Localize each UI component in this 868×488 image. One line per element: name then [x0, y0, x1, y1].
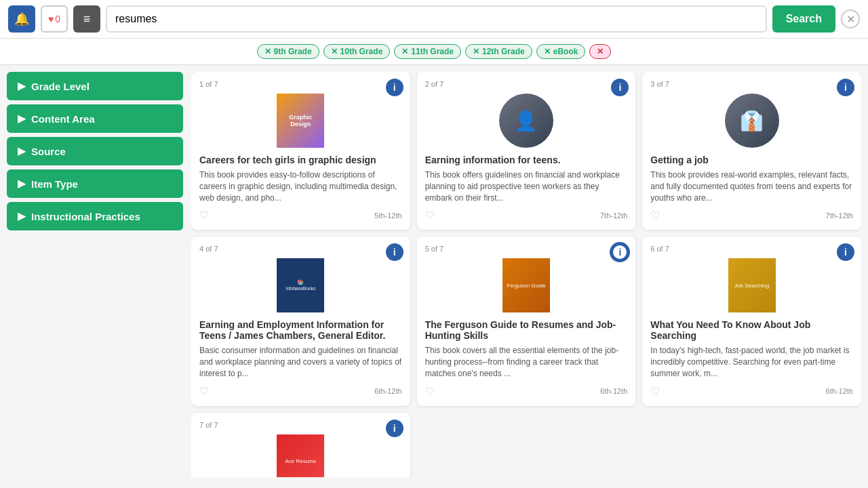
card-footer: ♡ 6th-12th	[199, 385, 402, 398]
sidebar-item-instructional-practices[interactable]: ▶ Instructional Practices	[7, 202, 183, 230]
chevron-right-icon: ▶	[18, 210, 26, 222]
grade-range: 6th-12th	[600, 387, 627, 395]
tag-remove-icon: ✕	[473, 47, 479, 56]
info-button[interactable]: i	[837, 243, 854, 261]
sidebar-item-source[interactable]: ▶ Source	[7, 137, 183, 165]
card-footer: ♡ 6th-12th	[425, 385, 628, 398]
favorite-button[interactable]: ♡	[425, 385, 435, 398]
filter-tag-12th-grade[interactable]: ✕ 12th Grade	[465, 44, 532, 59]
header: 🔔 ♥ 0 ≡ Search ✕	[0, 0, 868, 39]
card-2: 2 of 7 i 👤 Earning information for teens…	[417, 72, 636, 230]
card-number: 4 of 7	[199, 245, 402, 253]
favorite-button[interactable]: ♡	[650, 209, 660, 222]
book-cover-image: Graphic Design	[277, 94, 324, 148]
tag-remove-icon: ✕	[331, 47, 338, 56]
clear-search-button[interactable]: ✕	[841, 9, 860, 28]
filter-tag-10th-grade[interactable]: ✕ 10th Grade	[323, 44, 391, 59]
card-cover: Job Searching	[725, 258, 779, 312]
grade-range: 7th-12th	[826, 211, 853, 220]
book-cover-image: 📚InfobaseBooks	[277, 258, 324, 312]
info-button[interactable]: i	[611, 79, 629, 96]
person-cover-image: 👔	[725, 94, 779, 148]
filter-clear-all-button[interactable]: ✕	[589, 44, 611, 59]
card-description: This book offers guidelines on financial…	[425, 169, 628, 203]
filter-tag-ebook[interactable]: ✕ eBook	[536, 44, 586, 59]
sidebar-item-label: Item Type	[31, 178, 78, 190]
filter-tag-11th-grade[interactable]: ✕ 11th Grade	[394, 44, 461, 59]
heart-icon: ♥	[48, 14, 54, 24]
sidebar-item-label: Instructional Practices	[31, 211, 140, 222]
card-cover: 👤	[499, 94, 553, 148]
sidebar-item-label: Source	[31, 146, 66, 157]
info-button[interactable]: i	[386, 243, 403, 261]
card-description: This book provides easy-to-follow descri…	[199, 169, 402, 203]
card-title: Careers for tech girls in graphic design	[199, 155, 402, 165]
book-cover-image: Ferguson Guide	[502, 258, 550, 312]
main-content: ▶ Grade Level ▶ Content Area ▶ Source ▶ …	[0, 65, 868, 484]
sidebar-item-grade-level[interactable]: ▶ Grade Level	[7, 72, 183, 100]
info-button[interactable]: i	[611, 243, 629, 261]
favorite-button[interactable]: ♡	[425, 209, 435, 222]
favorites-count: 0	[55, 14, 60, 24]
card-4: 4 of 7 i 📚InfobaseBooks Earning and Empl…	[191, 237, 410, 405]
card-5: 5 of 7 i Ferguson Guide The Ferguson Gui…	[417, 237, 636, 405]
card-footer: ♡ 7th-12th	[650, 209, 853, 222]
grade-range: 6th-12th	[826, 387, 853, 395]
card-title: Earning information for teens.	[425, 155, 628, 165]
card-title: Earning and Employment Information for T…	[199, 319, 402, 341]
card-footer: ♡ 7th-12th	[425, 209, 628, 222]
card-description: This book covers all the essential eleme…	[425, 345, 628, 379]
favorites-button[interactable]: ♥ 0	[41, 5, 68, 33]
search-button[interactable]: Search	[772, 5, 835, 33]
card-cover: Ferguson Guide	[499, 258, 553, 312]
search-input[interactable]	[106, 5, 767, 33]
card-title: What You Need To Know About Job Searchin…	[650, 319, 853, 341]
card-number: 5 of 7	[425, 245, 628, 253]
results-content: 1 of 7 i Graphic Design Careers for tech…	[191, 72, 861, 477]
filter-tags-bar: ✕ 9th Grade ✕ 10th Grade ✕ 11th Grade ✕ …	[0, 39, 868, 65]
card-number: 6 of 7	[650, 245, 853, 253]
favorite-button[interactable]: ♡	[199, 209, 209, 222]
sidebar-item-content-area[interactable]: ▶ Content Area	[7, 104, 183, 133]
card-7: 7 of 7 i Ace Resume Ace Your Resume, App…	[191, 413, 410, 477]
card-number: 3 of 7	[650, 80, 853, 88]
card-number: 7 of 7	[199, 421, 402, 429]
card-cover: Graphic Design	[273, 94, 328, 148]
book-cover-image: Ace Resume	[277, 434, 324, 477]
card-title: Getting a job	[650, 155, 853, 165]
filter-tag-9th-grade[interactable]: ✕ 9th Grade	[257, 44, 319, 59]
info-button[interactable]: i	[386, 79, 403, 96]
tag-remove-icon: ✕	[401, 47, 408, 56]
favorite-button[interactable]: ♡	[199, 385, 209, 398]
menu-button[interactable]: ≡	[73, 5, 100, 33]
grade-range: 6th-12th	[374, 387, 401, 395]
card-1: 1 of 7 i Graphic Design Careers for tech…	[191, 72, 410, 230]
card-3: 3 of 7 i 👔 Getting a job This book provi…	[642, 72, 861, 230]
card-cover: 👔	[725, 94, 779, 148]
grade-range: 7th-12th	[600, 211, 627, 220]
chevron-right-icon: ▶	[18, 178, 26, 190]
chevron-right-icon: ▶	[18, 145, 26, 157]
card-number: 2 of 7	[425, 80, 628, 88]
info-button[interactable]: i	[386, 420, 403, 437]
info-button[interactable]: i	[837, 79, 854, 96]
card-description: This book provides real-world examples, …	[650, 169, 853, 203]
card-footer: ♡ 6th-12th	[650, 385, 853, 398]
sidebar-item-label: Content Area	[31, 113, 95, 125]
card-footer: ♡ 5th-12th	[199, 209, 402, 222]
sidebar-item-label: Grade Level	[31, 81, 90, 92]
card-cover: Ace Resume	[273, 434, 328, 477]
grade-range: 5th-12th	[374, 211, 401, 220]
card-title: The Ferguson Guide to Resumes and Job-Hu…	[425, 319, 628, 341]
chevron-right-icon: ▶	[18, 80, 26, 92]
bell-button[interactable]: 🔔	[8, 5, 35, 33]
chevron-right-icon: ▶	[18, 113, 26, 125]
card-description: In today's high-tech, fast-paced world, …	[650, 345, 853, 379]
person-cover-image: 👤	[499, 94, 553, 148]
favorite-button[interactable]: ♡	[650, 385, 660, 398]
card-cover: 📚InfobaseBooks	[273, 258, 328, 312]
card-number: 1 of 7	[199, 80, 402, 88]
card-description: Basic consumer information and guideline…	[199, 345, 402, 379]
sidebar-item-item-type[interactable]: ▶ Item Type	[7, 169, 183, 198]
card-6: 6 of 7 i Job Searching What You Need To …	[642, 237, 861, 405]
